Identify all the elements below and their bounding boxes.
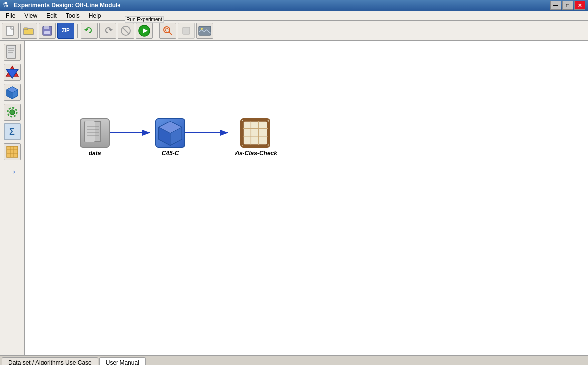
svg-rect-45 [243, 121, 268, 145]
node-data-icon [80, 118, 110, 148]
canvas-arrows [25, 41, 588, 355]
bottom-panel: Data set / Algorithms Use Case User Manu… [0, 355, 588, 365]
svg-rect-5 [44, 31, 50, 34]
node-c45c-label: C45-C [162, 150, 179, 157]
run-button[interactable]: Run Experiment [136, 23, 153, 39]
window-title: Experiments Design: Off-Line Module [14, 2, 550, 9]
sep2 [156, 24, 156, 38]
sidebar-data-red[interactable] [4, 64, 21, 81]
stop-button[interactable] [118, 23, 134, 39]
canvas-area[interactable]: data C45-C [25, 41, 588, 355]
svg-line-11 [169, 32, 172, 35]
save-button[interactable] [39, 23, 56, 39]
close-button[interactable]: ✕ [574, 1, 585, 10]
sidebar-grid[interactable] [4, 143, 21, 160]
svg-rect-16 [7, 45, 16, 58]
svg-line-7 [122, 27, 129, 34]
node-c45c[interactable]: C45-C [155, 118, 185, 157]
sidebar: Σ → [0, 41, 25, 355]
redo-button[interactable] [99, 23, 116, 39]
node-vis[interactable]: Vis-Clas-Check [234, 118, 277, 157]
sep1 [77, 24, 78, 38]
svg-point-25 [10, 110, 15, 115]
tab-usermanual[interactable]: User Manual [99, 357, 146, 365]
image-button[interactable] [196, 23, 213, 39]
minimize-button[interactable]: — [550, 1, 561, 10]
node-vis-label: Vis-Clas-Check [234, 150, 277, 157]
sidebar-arrow[interactable]: → [4, 163, 21, 180]
window-controls: — □ ✕ [550, 1, 585, 10]
maximize-button[interactable]: □ [562, 1, 573, 10]
node-vis-icon [240, 118, 270, 148]
sidebar-sigma[interactable]: Σ [4, 123, 21, 140]
node-c45c-icon [155, 118, 185, 148]
svg-rect-4 [44, 26, 49, 29]
toolbar: ZIP Run Experiment [0, 21, 588, 41]
node-data-label: data [89, 150, 101, 157]
sidebar-doc[interactable] [4, 44, 21, 61]
svg-point-12 [165, 28, 168, 31]
zip-button[interactable]: ZIP [57, 23, 74, 39]
svg-rect-2 [24, 28, 28, 30]
pause-button[interactable] [178, 23, 195, 39]
new-button[interactable] [2, 23, 19, 39]
title-bar: ⚗ Experiments Design: Off-Line Module — … [0, 0, 588, 11]
undo-button[interactable] [81, 23, 98, 39]
svg-point-15 [201, 28, 203, 30]
tab-bar: Data set / Algorithms Use Case User Manu… [0, 356, 588, 365]
menu-view[interactable]: View [20, 11, 41, 20]
zip-label: ZIP [62, 28, 70, 33]
tab-dataset[interactable]: Data set / Algorithms Use Case [2, 357, 98, 365]
svg-rect-27 [7, 146, 18, 157]
svg-rect-13 [183, 27, 190, 34]
menu-bar: File View Edit Tools Help [0, 11, 588, 21]
menu-file[interactable]: File [2, 11, 19, 20]
app-icon: ⚗ [3, 1, 11, 9]
menu-edit[interactable]: Edit [42, 11, 61, 20]
open-button[interactable] [20, 23, 37, 39]
menu-help[interactable]: Help [85, 11, 105, 20]
sidebar-cube[interactable] [4, 84, 21, 101]
search-button[interactable] [159, 23, 176, 39]
menu-tools[interactable]: Tools [62, 11, 84, 20]
main-layout: Σ → [0, 41, 588, 355]
svg-rect-36 [85, 121, 95, 142]
sidebar-gear[interactable] [4, 104, 21, 121]
node-data[interactable]: data [80, 118, 110, 157]
run-tooltip: Run Experiment [125, 16, 164, 23]
svg-rect-0 [6, 26, 13, 35]
